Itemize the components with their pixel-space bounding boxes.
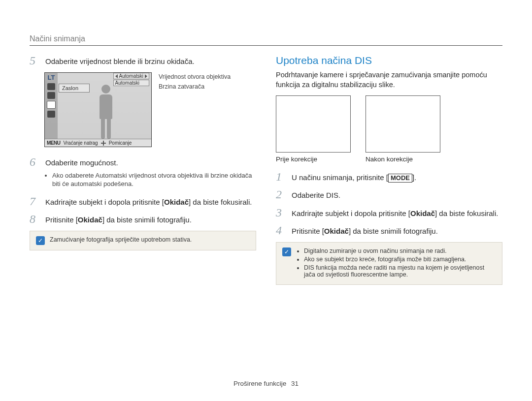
footer-label: Proširene funkcije xyxy=(233,380,286,387)
step3-post: ] da biste fokusirali. xyxy=(435,209,498,217)
tip-box-left: ✓ Zamućivanje fotografija spriječite upo… xyxy=(30,231,256,250)
aperture-value-tag: Automatski xyxy=(113,73,149,79)
preview-labels: Prije korekcije Nakon korekcije xyxy=(276,155,502,163)
step-number: 2 xyxy=(276,188,287,200)
arrow-right-icon xyxy=(145,74,147,78)
step3-pre: Kadrirajte subjekt i dopola pritisnite [ xyxy=(292,209,410,217)
plus-icon xyxy=(47,101,56,109)
aperture-tag-text: Automatski xyxy=(119,73,143,79)
shutter-key: Okidač xyxy=(324,227,349,235)
step-6: 6 Odaberite mogućnost. Ako odaberete Aut… xyxy=(30,156,256,189)
step-number: 3 xyxy=(276,207,287,218)
section-label: Načini snimanja xyxy=(30,34,502,45)
step-number: 5 xyxy=(30,55,40,66)
shutter-key: Okidač xyxy=(78,216,102,224)
step-text: U načinu snimanja, pritisnite [MODE]. xyxy=(292,171,416,183)
step4-pre: Pritisnite [ xyxy=(292,227,324,235)
mode-key: MODE xyxy=(388,174,412,183)
step-1: 1 U načinu snimanja, pritisnite [MODE]. xyxy=(276,171,502,183)
step7-post: ] da biste fokusirali. xyxy=(189,198,252,206)
step-text: Kadrirajte subjekt i dopola pritisnite [… xyxy=(292,207,498,218)
step1-post: ]. xyxy=(412,173,416,182)
step-text: Odaberite vrijednost blende ili brzinu o… xyxy=(45,55,195,66)
camera-screen: LT Zaslon Automatski xyxy=(44,72,152,147)
step-text: Pritisnite [Okidač] da biste snimili fot… xyxy=(292,224,438,236)
tip-item: Ako se subjekt brzo kreće, fotografija m… xyxy=(304,256,496,263)
step-number: 4 xyxy=(276,224,287,236)
tip-item: Digitalno zumiranje u ovom načinu sniman… xyxy=(304,247,496,254)
step6-bullet: Ako odaberete Automatski vrijednost otvo… xyxy=(52,171,256,188)
step-text: Kadrirajte subjekt i dopola pritisnite [… xyxy=(45,195,252,207)
info-icon: ✓ xyxy=(36,236,45,245)
section-rule xyxy=(30,45,502,46)
preview-before xyxy=(276,95,351,153)
page-footer: Proširene funkcije 31 xyxy=(0,380,532,387)
step8-post: ] da biste snimili fotografiju. xyxy=(102,216,192,224)
camera-top-tags: Automatski Automatski xyxy=(113,73,149,86)
camera-sidebar: LT xyxy=(45,73,58,139)
step-number: 8 xyxy=(30,213,40,225)
content-columns: 5 Odaberite vrijednost blende ili brzinu… xyxy=(30,55,502,285)
camera-callouts: Vrijednost otvora objektiva Brzina zatva… xyxy=(159,72,231,147)
step-number: 6 xyxy=(30,156,40,189)
tip-text: Zamućivanje fotografija spriječite upotr… xyxy=(50,236,192,245)
step-8: 8 Pritisnite [Okidač] da biste snimili f… xyxy=(30,213,256,225)
step-text: Odaberite DIS. xyxy=(292,188,340,200)
step1-pre: U načinu snimanja, pritisnite [ xyxy=(292,173,388,182)
tip-item: DIS funkcija možda neće raditi na mjestu… xyxy=(304,264,496,278)
menu-label: MENU xyxy=(47,140,60,146)
before-label: Prije korekcije xyxy=(276,155,351,163)
step-number: 1 xyxy=(276,171,287,183)
mode-indicator: LT xyxy=(48,74,55,81)
step-number: 7 xyxy=(30,195,40,207)
section-title-dis: Upotreba načina DIS xyxy=(276,55,502,66)
back-label: Vraćanje natrag xyxy=(63,140,98,146)
step6-text: Odaberite mogućnost. xyxy=(45,158,118,167)
step6-bullets: Ako odaberete Automatski vrijednost otvo… xyxy=(45,171,256,188)
page: Načini snimanja 5 Odaberite vrijednost b… xyxy=(0,0,532,401)
preview-after xyxy=(366,95,440,153)
info-icon: ✓ xyxy=(282,247,291,256)
step8-pre: Pritisnite [ xyxy=(45,216,78,224)
intro-paragraph: Podrhtavanje kamere i sprječavanje zamuć… xyxy=(276,70,502,90)
camera-popup-label: Zaslon xyxy=(59,84,90,93)
step4-post: ] da biste snimili fotografiju. xyxy=(349,227,438,235)
shutter-key: Okidač xyxy=(410,209,435,217)
move-label: Pomicanje xyxy=(109,140,132,146)
tip-list: Digitalno zumiranje u ovom načinu sniman… xyxy=(296,247,496,279)
left-column: 5 Odaberite vrijednost blende ili brzinu… xyxy=(30,55,256,285)
step-4: 4 Pritisnite [Okidač] da biste snimili f… xyxy=(276,224,502,236)
camera-illustration: LT Zaslon Automatski xyxy=(44,72,256,147)
callout-shutter: Brzina zatvarača xyxy=(159,83,231,90)
step7-pre: Kadrirajte subjekt i dopola pritisnite [ xyxy=(45,198,164,206)
step-5: 5 Odaberite vrijednost blende ili brzinu… xyxy=(30,55,256,66)
tip-box-right: ✓ Digitalno zumiranje u ovom načinu snim… xyxy=(276,242,502,285)
arrow-left-icon xyxy=(115,74,118,78)
page-number: 31 xyxy=(291,380,299,387)
step-text: Pritisnite [Okidač] da biste snimili fot… xyxy=(45,213,192,225)
step-2: 2 Odaberite DIS. xyxy=(276,188,502,200)
display-icon xyxy=(47,92,55,99)
grid-icon xyxy=(47,83,55,90)
camera-bottom-bar: MENU Vraćanje natrag Pomicanje xyxy=(45,139,151,147)
after-label: Nakon korekcije xyxy=(366,155,440,163)
step-3: 3 Kadrirajte subjekt i dopola pritisnite… xyxy=(276,207,502,218)
preview-boxes xyxy=(276,95,502,153)
shutter-key: Okidač xyxy=(164,198,189,206)
person-silhouette-icon xyxy=(91,85,121,140)
right-column: Upotreba načina DIS Podrhtavanje kamere … xyxy=(276,55,502,285)
off-icon xyxy=(47,111,55,118)
step-text: Odaberite mogućnost. Ako odaberete Autom… xyxy=(45,156,256,189)
callout-aperture: Vrijednost otvora objektiva xyxy=(159,73,231,80)
step-7: 7 Kadrirajte subjekt i dopola pritisnite… xyxy=(30,195,256,207)
dpad-icon xyxy=(101,141,106,146)
